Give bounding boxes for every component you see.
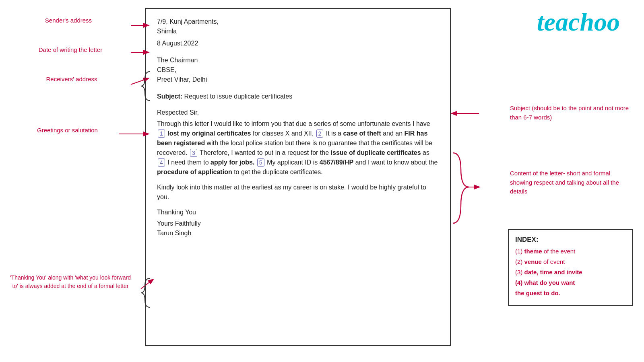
- bold-issue-duplicate: issue of duplicate certificates: [331, 149, 421, 156]
- bold-lost-certificates: lost my original certificates: [167, 130, 251, 137]
- salutation: Respected Sir,: [157, 108, 439, 117]
- letter-box: 7/9, Kunj Apartments, Shimla 8 August,20…: [145, 8, 451, 346]
- index-title: INDEX:: [515, 236, 625, 244]
- index-item-5: the guest to do.: [515, 289, 625, 297]
- badge-3: 3: [190, 149, 197, 157]
- body-after6: I need them to: [167, 159, 208, 166]
- receiver-line2: CBSE,: [157, 66, 176, 73]
- badge-1: 1: [158, 130, 165, 138]
- body-after5: as: [423, 149, 429, 156]
- body-after8: and I want to know about the: [355, 159, 438, 166]
- sender-line1: 7/9, Kunj Apartments,: [157, 18, 219, 25]
- badge-5: 5: [257, 158, 264, 167]
- badge-2: 2: [316, 130, 324, 138]
- teachoo-logo: teachoo: [537, 7, 620, 37]
- subject-text: Request to issue duplicate certificates: [182, 93, 292, 100]
- body-after9: to get the duplicate certificates.: [234, 169, 323, 175]
- body-para2-text: Kindly look into this matter at the earl…: [157, 184, 426, 200]
- index-item-2: (2) venue of event: [515, 257, 625, 266]
- body-paragraph-2: Kindly look into this matter at the earl…: [157, 183, 439, 202]
- annotation-date: Date of writing the letter: [12, 46, 129, 53]
- letter-subject: Subject: Request to issue duplicate cert…: [157, 92, 439, 101]
- body-after2: It is a: [326, 130, 341, 137]
- index-box: INDEX: (1) theme of the event (2) venue …: [508, 229, 633, 306]
- subject-label: Subject:: [157, 93, 182, 100]
- body-after2b: and an: [383, 130, 402, 137]
- bold-apply-jobs: apply for jobs.: [211, 159, 254, 166]
- body-after1: for classes X and XII.: [253, 130, 314, 137]
- annotation-receiver: Receivers' address: [27, 76, 116, 82]
- sender-address: 7/9, Kunj Apartments, Shimla: [157, 17, 439, 36]
- body-paragraph-1: Through this letter I would like to info…: [157, 119, 439, 177]
- badge-4: 4: [158, 158, 165, 167]
- bold-applicant-id: 4567/89/HP: [320, 159, 354, 166]
- body-para1-start: Through this letter I would like to info…: [157, 120, 430, 127]
- salutation-text: Respected Sir,: [157, 109, 199, 116]
- body-after7: My applicant ID is: [267, 159, 318, 166]
- sender-line2: Shimla: [157, 28, 177, 35]
- annotation-closing: 'Thanking You' along with 'what you look…: [8, 274, 133, 290]
- receiver-line3: Preet Vihar, Delhi: [157, 76, 207, 83]
- annotation-salutation: Greetings or salutation: [16, 127, 119, 134]
- index-item-4: (4) what do you want: [515, 278, 625, 287]
- bold-procedure: procedure of application: [157, 169, 232, 175]
- closing-sign: Yours Faithfully Tarun Singh: [157, 219, 439, 238]
- receiver-address: The Chairman CBSE, Preet Vihar, Delhi: [157, 56, 439, 84]
- letter-date: 8 August,2022: [157, 39, 439, 48]
- closing-1: Thanking You: [157, 209, 196, 216]
- index-item-1: (1) theme of the event: [515, 247, 625, 255]
- date-text: 8 August,2022: [157, 40, 198, 47]
- body-after4: Therefore, I wanted to put in a request …: [200, 149, 329, 156]
- closing-thanking: Thanking You: [157, 208, 439, 217]
- closing-3: Tarun Singh: [157, 230, 191, 237]
- receiver-line1: The Chairman: [157, 57, 198, 64]
- annotation-sender: Sender's address: [24, 17, 113, 24]
- index-item-3: (3) date, time and invite: [515, 268, 625, 276]
- closing-2: Yours Faithfully: [157, 220, 201, 227]
- bold-case-theft: case of theft: [343, 130, 381, 137]
- annotation-content: Content of the letter- short and formal …: [510, 169, 633, 196]
- annotation-subject: Subject (should be to the point and not …: [510, 104, 633, 122]
